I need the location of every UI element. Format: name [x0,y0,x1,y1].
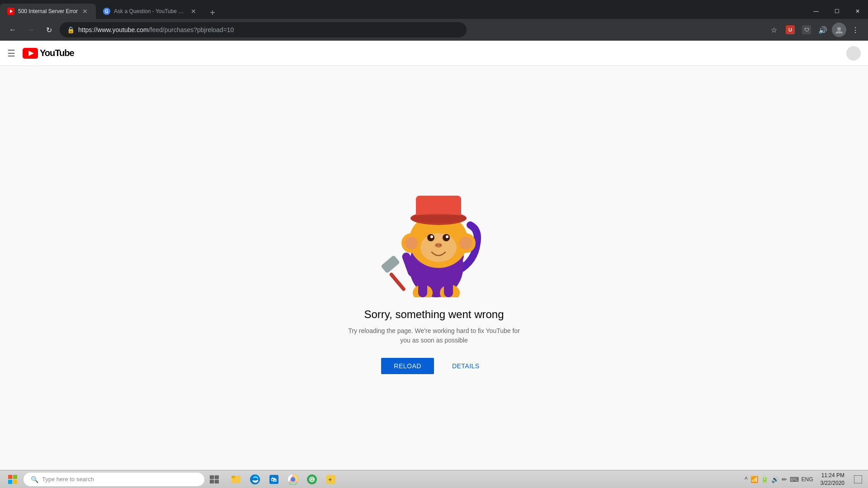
error-title: Sorry, something went wrong [364,308,504,321]
maximize-button[interactable]: ☐ [826,4,847,19]
svg-rect-33 [8,475,12,479]
url-domain: https://www.youtube.com [78,26,149,33]
taskbar-app-chrome2[interactable]: G [304,471,320,488]
yt-logo[interactable]: YouTube [23,48,74,59]
address-bar[interactable]: 🔒 https://www.youtube.com/feed/purchases… [60,22,467,38]
svg-point-25 [446,235,448,238]
taskbar-app-chrome[interactable] [285,471,301,488]
svg-text:G: G [105,9,108,14]
svg-rect-43 [231,476,235,478]
svg-rect-38 [215,475,219,479]
task-view-button[interactable] [206,471,222,488]
forward-button[interactable]: → [24,23,38,37]
notification-icon [854,475,862,483]
taskbar-right: ^ 📶 🔋 🔊 ✏ ⌨ ENG 11:24 PM 3/22/2020 [745,472,864,487]
tab-active[interactable]: 500 Internal Server Error ✕ [0,4,96,19]
tab-bar: 500 Internal Server Error ✕ G Ask a Ques… [0,0,868,19]
task-view-icon [210,475,219,483]
svg-text:+: + [328,476,332,483]
address-bar-row: ← → ↻ 🔒 https://www.youtube.com/feed/pur… [0,19,868,41]
browser-chrome: 500 Internal Server Error ✕ G Ask a Ques… [0,0,868,41]
svg-rect-35 [8,480,12,484]
svg-text:G: G [310,477,314,482]
windows-logo-icon [8,475,17,484]
svg-rect-11 [444,279,453,297]
yt-logo-text: YouTube [40,48,74,58]
new-tab-button[interactable]: + [206,6,219,19]
toolbar-icons: ☆ U 🛡 🔊 ⋮ [767,23,863,37]
svg-point-20 [459,237,472,249]
svg-rect-55 [854,475,862,483]
svg-rect-13 [389,272,406,291]
svg-rect-40 [215,480,219,483]
taskbar-app-explorer[interactable] [228,471,244,488]
svg-rect-39 [210,480,214,483]
svg-rect-14 [381,255,400,273]
refresh-button[interactable]: ↻ [42,23,56,37]
taskbar-app-edge[interactable] [247,471,263,488]
yt-avatar[interactable] [846,46,861,61]
taskbar-apps: 🛍 G + [228,471,339,488]
minimize-button[interactable]: — [806,4,826,19]
yellow-app-icon: + [326,474,336,485]
taskbar: 🔍 Type here to search [0,470,868,488]
bookmark-icon[interactable]: ☆ [767,23,781,37]
clock-date: 3/22/2020 [821,479,844,487]
back-button[interactable]: ← [5,23,20,37]
taskbar-search[interactable]: 🔍 Type here to search [24,473,204,486]
close-button[interactable]: ✕ [847,4,868,19]
svg-point-4 [837,27,841,31]
shield-extension-icon[interactable]: 🛡 [799,23,814,37]
error-subtitle: Try reloading the page. We're working ha… [344,326,524,345]
details-button[interactable]: DETAILS [445,358,487,374]
lang-label[interactable]: ENG [802,476,813,483]
lock-icon: 🔒 [67,26,75,33]
more-menu-button[interactable]: ⋮ [848,23,863,37]
reload-button[interactable]: RELOAD [381,358,434,374]
taskbar-app-store[interactable]: 🛍 [266,471,282,488]
chrome2-icon: G [307,474,317,485]
svg-rect-42 [231,478,241,483]
start-button[interactable] [4,472,22,487]
tab-label-inactive: Ask a Question - YouTube Comm [114,8,186,14]
ublock-icon[interactable]: U [783,23,797,37]
profile-button[interactable] [832,23,846,37]
svg-rect-37 [210,475,214,479]
edge-icon [250,474,260,485]
store-icon: 🛍 [269,474,279,485]
taskbar-tray: ^ 📶 🔋 🔊 ✏ ⌨ ENG [745,476,813,483]
tray-chevron-icon[interactable]: ^ [745,476,748,483]
svg-rect-36 [13,480,17,484]
tab-label-active: 500 Internal Server Error [18,8,78,14]
tab-close-inactive[interactable]: ✕ [190,8,197,15]
wifi-icon[interactable]: 📶 [750,476,758,483]
monkey-illustration [371,162,497,297]
error-buttons: RELOAD DETAILS [381,358,486,374]
yt-menu-icon[interactable]: ☰ [7,48,15,59]
svg-point-28 [439,244,441,246]
keyboard-icon[interactable]: ⌨ [790,476,799,483]
url-text: https://www.youtube.com/feed/purchases?p… [78,26,459,33]
tab-favicon-yt [7,8,14,15]
svg-point-32 [410,214,467,223]
volume-icon[interactable]: 🔊 [771,476,779,483]
clock-time: 11:24 PM [821,472,844,479]
tab-favicon-google: G [103,8,110,15]
svg-point-44 [250,474,260,484]
yt-logo-icon [23,48,38,59]
taskbar-clock[interactable]: 11:24 PM 3/22/2020 [817,472,848,487]
tab-close-active[interactable]: ✕ [81,8,89,15]
url-path: /feed/purchases?pbjreload=10 [149,26,234,33]
battery-icon[interactable]: 🔋 [761,476,769,483]
svg-point-18 [405,237,418,249]
svg-text:🛍: 🛍 [271,476,277,483]
tab-inactive[interactable]: G Ask a Question - YouTube Comm ✕ [96,4,204,19]
audio-icon[interactable]: 🔊 [816,23,830,37]
pen-icon[interactable]: ✏ [782,476,787,483]
svg-rect-9 [418,279,427,297]
svg-point-24 [430,235,433,238]
taskbar-app-yellow[interactable]: + [323,471,339,488]
error-content: Sorry, something went wrong Try reloadin… [0,66,868,470]
notification-button[interactable] [852,473,864,486]
yt-header-right [846,46,861,61]
